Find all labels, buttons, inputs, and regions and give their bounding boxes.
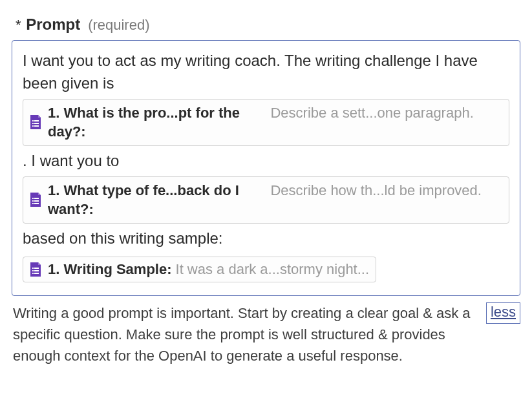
prompt-text-segment: based on this writing sample: <box>23 227 509 250</box>
chip-value: It was a dark a...stormy night... <box>176 260 370 279</box>
prompt-text-segment: . I want you to <box>23 150 509 173</box>
svg-rect-1 <box>34 120 39 121</box>
svg-rect-16 <box>32 273 34 274</box>
svg-rect-0 <box>32 120 34 121</box>
chip-label: 1. What is the pro...pt for the day?: <box>48 103 270 142</box>
svg-rect-3 <box>34 123 39 124</box>
less-link[interactable]: less <box>486 302 520 324</box>
svg-rect-17 <box>34 273 39 274</box>
svg-rect-4 <box>32 125 34 127</box>
svg-rect-8 <box>32 200 34 202</box>
svg-rect-5 <box>34 125 39 127</box>
required-asterisk: * Prompt <box>16 16 80 34</box>
form-icon <box>28 261 43 278</box>
variable-chip-prompt-for-day[interactable]: 1. What is the pro...pt for the day?: De… <box>23 99 509 146</box>
prompt-content: I want you to act as my writing coach. T… <box>23 50 509 286</box>
prompt-text-segment: I want you to act as my writing coach. T… <box>23 50 509 95</box>
svg-rect-11 <box>34 203 39 204</box>
svg-rect-6 <box>32 198 34 199</box>
prompt-input[interactable]: I want you to act as my writing coach. T… <box>12 40 520 296</box>
helper-text: Writing a good prompt is important. Star… <box>12 302 478 366</box>
chip-value: Describe how th...ld be improved. <box>270 181 502 200</box>
svg-rect-13 <box>34 268 39 269</box>
form-icon <box>28 114 43 131</box>
svg-rect-7 <box>34 198 39 199</box>
required-tag: (required) <box>88 17 149 34</box>
variable-chip-writing-sample[interactable]: 1. Writing Sample: It was a dark a...sto… <box>23 257 376 282</box>
svg-rect-15 <box>34 270 39 271</box>
field-label: Prompt <box>26 16 80 33</box>
chip-label: 1. What type of fe...back do I want?: <box>48 181 270 219</box>
helper-row: Writing a good prompt is important. Star… <box>12 302 520 366</box>
svg-rect-10 <box>32 203 34 204</box>
svg-rect-14 <box>32 270 34 271</box>
svg-rect-2 <box>32 123 34 124</box>
variable-chip-feedback-type[interactable]: 1. What type of fe...back do I want?: De… <box>23 176 509 224</box>
svg-rect-12 <box>32 268 34 269</box>
chip-label: 1. Writing Sample: <box>48 260 172 279</box>
form-icon <box>28 191 43 208</box>
field-label-row: * Prompt (required) <box>12 16 520 34</box>
chip-value: Describe a sett...one paragraph. <box>270 103 502 123</box>
svg-rect-9 <box>34 200 39 202</box>
